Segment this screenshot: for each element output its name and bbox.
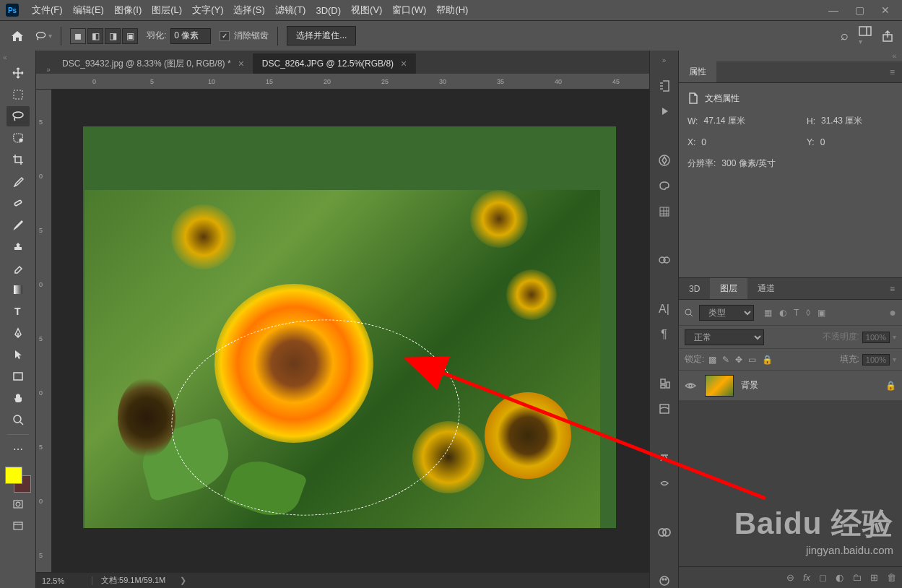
doc-size[interactable]: 文档:59.1M/59.1M (92, 575, 174, 586)
link-layers-icon[interactable]: ⊖ (786, 572, 794, 583)
close-icon[interactable]: × (238, 58, 244, 69)
paragraph-icon[interactable]: ¶ (656, 327, 673, 341)
eraser-tool[interactable] (6, 258, 30, 278)
lasso-tool[interactable] (6, 106, 30, 126)
selection-intersect[interactable]: ▣ (122, 28, 138, 44)
search-icon[interactable]: ⌕ (841, 28, 849, 43)
menu-type[interactable]: 文字(Y) (188, 1, 227, 20)
chevron-right-icon[interactable]: ❯ (180, 576, 186, 585)
filter-smartobject-icon[interactable]: ▣ (818, 308, 825, 318)
brush-tool[interactable] (6, 215, 30, 235)
fill-value[interactable]: 100% (862, 354, 890, 366)
filter-toggle-icon[interactable]: ● (889, 306, 896, 319)
modifier-keys-icon[interactable] (656, 451, 673, 464)
collapse-icon[interactable]: « (679, 51, 902, 61)
character-icon[interactable]: A| (656, 302, 673, 316)
zoom-tool[interactable] (6, 410, 30, 430)
opacity-value[interactable]: 100% (862, 332, 890, 343)
layers-tab[interactable]: 图层 (710, 278, 747, 299)
3d-tab[interactable]: 3D (679, 280, 710, 298)
menu-file[interactable]: 文件(F) (27, 1, 67, 20)
layer-effects-icon[interactable]: fx (803, 572, 810, 583)
new-layer-icon[interactable]: ⊞ (870, 572, 878, 583)
history-icon[interactable] (656, 79, 673, 92)
expand-icon[interactable]: » (43, 66, 53, 74)
collapse-icon[interactable]: « (3, 53, 7, 61)
workspace-icon[interactable]: ▾ (859, 26, 872, 46)
lock-all-icon[interactable]: 🔒 (762, 355, 773, 365)
color-swatches[interactable] (5, 467, 31, 493)
layer-mask-icon[interactable]: ◻ (819, 572, 827, 583)
window-close[interactable]: ✕ (875, 3, 896, 17)
menu-3d[interactable]: 3D(D) (311, 2, 345, 19)
eyedropper-tool[interactable] (6, 171, 30, 191)
filter-type-icon[interactable]: T (794, 308, 799, 318)
layer-thumbnail[interactable] (705, 375, 734, 397)
lock-artboard-icon[interactable]: ▭ (748, 355, 756, 365)
styles-icon[interactable] (656, 402, 673, 415)
adjustments-icon[interactable] (656, 253, 673, 267)
panel-menu-icon[interactable]: ≡ (883, 67, 902, 77)
blend-mode-select[interactable]: 正常 (685, 329, 764, 345)
doc-tab-1[interactable]: DSC_93432.jpg @ 8.33% (图层 0, RGB/8) * × (53, 53, 253, 74)
rectangle-tool[interactable] (6, 366, 30, 386)
doc-tab-2[interactable]: DSC_8264.JPG @ 12.5%(RGB/8) × (253, 53, 416, 74)
canvas[interactable] (83, 126, 616, 528)
move-tool[interactable] (6, 63, 30, 83)
layer-item-background[interactable]: 背景 🔒 (679, 371, 902, 401)
lock-position-icon[interactable]: ✥ (735, 355, 742, 365)
lock-image-icon[interactable]: ✎ (722, 355, 729, 365)
quick-mask-tool[interactable] (6, 494, 30, 514)
actions-icon[interactable] (656, 104, 673, 118)
marquee-tool[interactable] (6, 85, 30, 105)
window-minimize[interactable]: — (823, 3, 844, 17)
clone-stamp-tool[interactable] (6, 236, 30, 256)
properties-tab[interactable]: 属性 (679, 61, 716, 82)
layer-filter-type[interactable]: 类型 (699, 305, 754, 321)
layer-group-icon[interactable]: 🗀 (852, 572, 862, 583)
edit-toolbar[interactable]: ⋯ (6, 439, 30, 459)
cc-icon[interactable] (656, 525, 673, 539)
home-icon[interactable] (9, 27, 26, 45)
menu-edit[interactable]: 编辑(E) (69, 1, 108, 20)
canvas-viewport[interactable] (52, 90, 649, 572)
quick-selection-tool[interactable] (6, 128, 30, 148)
filter-adjustment-icon[interactable]: ◐ (779, 308, 786, 318)
brush-settings-icon[interactable] (656, 476, 673, 490)
type-tool[interactable]: T (6, 301, 30, 321)
filter-pixel-icon[interactable]: ▦ (764, 308, 772, 318)
lock-transparency-icon[interactable]: ▩ (708, 355, 716, 365)
window-maximize[interactable]: ▢ (849, 3, 870, 17)
adjustment-layer-icon[interactable]: ◐ (836, 572, 844, 583)
filter-shape-icon[interactable]: ◊ (806, 308, 810, 318)
panel-menu-icon[interactable]: ≡ (883, 284, 902, 294)
menu-window[interactable]: 窗口(W) (388, 1, 430, 20)
feather-input[interactable] (170, 28, 211, 44)
layer-name[interactable]: 背景 (741, 379, 878, 392)
visibility-toggle[interactable] (685, 381, 698, 390)
screen-mode-tool[interactable] (6, 516, 30, 536)
selection-add[interactable]: ◧ (87, 28, 103, 44)
pen-tool[interactable] (6, 323, 30, 343)
gradient-tool[interactable] (6, 280, 30, 300)
swatches-icon[interactable] (656, 204, 673, 218)
comments-icon[interactable] (656, 574, 673, 587)
foreground-color-swatch[interactable] (5, 467, 22, 484)
color-icon[interactable] (656, 178, 673, 192)
share-icon[interactable] (882, 30, 893, 42)
libraries-icon[interactable] (656, 376, 673, 390)
healing-brush-tool[interactable] (6, 193, 30, 213)
lasso-tool-indicator[interactable]: ▾ (35, 27, 52, 45)
menu-view[interactable]: 视图(V) (347, 1, 386, 20)
menu-select[interactable]: 选择(S) (229, 1, 269, 20)
expand-icon[interactable]: » (662, 56, 667, 64)
hand-tool[interactable] (6, 388, 30, 408)
select-and-mask-button[interactable]: 选择并遮住... (287, 26, 356, 46)
delete-layer-icon[interactable]: 🗑 (887, 572, 896, 583)
navigator-icon[interactable] (656, 153, 673, 167)
selection-subtract[interactable]: ◨ (105, 28, 121, 44)
menu-layer[interactable]: 图层(L) (147, 1, 186, 20)
antialias-checkbox[interactable]: ✓ (220, 31, 230, 41)
close-icon[interactable]: × (401, 58, 407, 69)
search-icon[interactable] (685, 308, 693, 317)
